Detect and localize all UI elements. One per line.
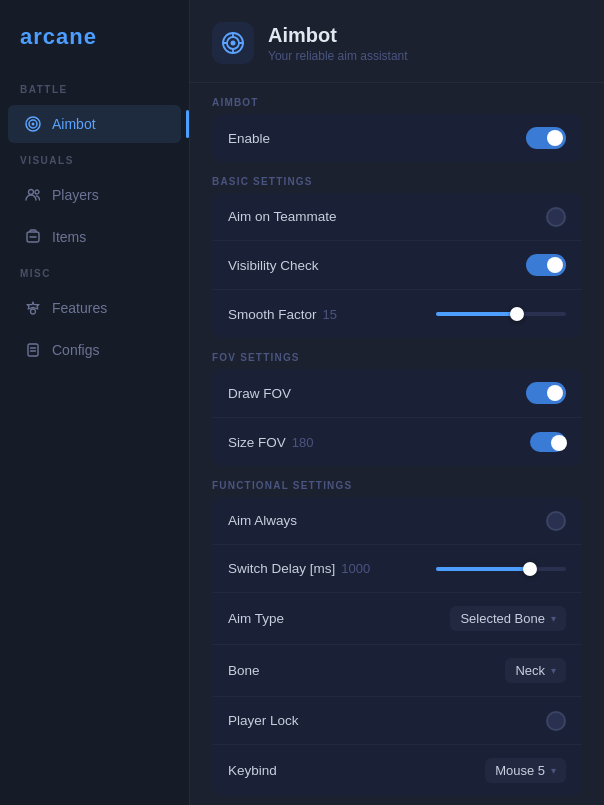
- bone-label: Bone: [228, 663, 260, 678]
- switch-delay-slider-container: [370, 567, 566, 571]
- size-fov-toggle[interactable]: [530, 432, 566, 452]
- setting-player-lock: Player Lock: [212, 697, 582, 745]
- switch-delay-label: Switch Delay [ms]: [228, 561, 335, 576]
- smooth-factor-track[interactable]: [436, 312, 566, 316]
- visibility-check-toggle[interactable]: [526, 254, 566, 276]
- page-icon: [212, 22, 254, 64]
- draw-fov-toggle[interactable]: [526, 382, 566, 404]
- svg-point-7: [31, 309, 36, 314]
- basic-settings-card: Aim on Teammate Visibility Check Smooth …: [212, 193, 582, 338]
- section-title-aimbot: Aimbot: [212, 83, 582, 114]
- keybind-dropdown[interactable]: Mouse 5 ▾: [485, 758, 566, 783]
- section-label-misc: MISC: [0, 268, 189, 287]
- main-content: Aimbot Your reliable aim assistant Aimbo…: [190, 0, 604, 805]
- setting-switch-delay: Switch Delay [ms] 1000: [212, 545, 582, 593]
- setting-draw-fov: Draw FOV: [212, 369, 582, 418]
- section-title-basic: Basic Settings: [212, 162, 582, 193]
- svg-rect-8: [28, 344, 38, 356]
- setting-aim-type: Aim Type Selected Bone ▾: [212, 593, 582, 645]
- switch-delay-thumb[interactable]: [523, 562, 537, 576]
- functional-settings-card: Aim Always Switch Delay [ms] 1000 Aim Ty…: [212, 497, 582, 796]
- sidebar-item-aimbot-label: Aimbot: [52, 116, 96, 132]
- keybind-chevron: ▾: [551, 765, 556, 776]
- sidebar-item-players[interactable]: Players: [8, 176, 181, 214]
- setting-smooth-factor: Smooth Factor 15: [212, 290, 582, 338]
- setting-aim-always: Aim Always: [212, 497, 582, 545]
- page-header-text: Aimbot Your reliable aim assistant: [268, 24, 408, 63]
- smooth-factor-slider-container: [337, 312, 566, 316]
- page-title: Aimbot: [268, 24, 408, 47]
- section-label-battle: BATTLE: [0, 84, 189, 103]
- switch-delay-track[interactable]: [436, 567, 566, 571]
- smooth-factor-fill: [436, 312, 517, 316]
- bone-value: Neck: [515, 663, 545, 678]
- sidebar-item-features-label: Features: [52, 300, 107, 316]
- logo: arcane: [0, 24, 189, 78]
- sidebar-item-items-label: Items: [52, 229, 86, 245]
- sidebar-item-aimbot[interactable]: Aimbot: [8, 105, 181, 143]
- aim-on-teammate-toggle[interactable]: [546, 207, 566, 227]
- switch-delay-fill: [436, 567, 530, 571]
- items-icon: [24, 228, 42, 246]
- setting-bone: Bone Neck ▾: [212, 645, 582, 697]
- target-icon: [24, 115, 42, 133]
- page-header: Aimbot Your reliable aim assistant: [190, 0, 604, 83]
- visibility-check-label: Visibility Check: [228, 258, 319, 273]
- configs-icon: [24, 341, 42, 359]
- smooth-factor-label: Smooth Factor: [228, 307, 317, 322]
- settings-content: Aimbot Enable Basic Settings Aim on Team…: [190, 83, 604, 805]
- sidebar-item-configs-label: Configs: [52, 342, 99, 358]
- aim-type-dropdown[interactable]: Selected Bone ▾: [450, 606, 566, 631]
- draw-fov-label: Draw FOV: [228, 386, 291, 401]
- sidebar-item-items[interactable]: Items: [8, 218, 181, 256]
- setting-enable: Enable: [212, 114, 582, 162]
- svg-point-2: [32, 123, 35, 126]
- switch-delay-hint: 1000: [341, 561, 370, 576]
- setting-visibility-check: Visibility Check: [212, 241, 582, 290]
- sidebar-item-players-label: Players: [52, 187, 99, 203]
- section-title-functional: Functional Settings: [212, 466, 582, 497]
- players-icon: [24, 186, 42, 204]
- aim-always-toggle[interactable]: [546, 511, 566, 531]
- aim-always-label: Aim Always: [228, 513, 297, 528]
- svg-point-4: [35, 190, 39, 194]
- features-icon: [24, 299, 42, 317]
- fov-settings-card: Draw FOV Size FOV 180: [212, 369, 582, 466]
- aim-type-value: Selected Bone: [460, 611, 545, 626]
- bone-dropdown[interactable]: Neck ▾: [505, 658, 566, 683]
- aim-type-label: Aim Type: [228, 611, 284, 626]
- aim-on-teammate-label: Aim on Teammate: [228, 209, 337, 224]
- player-lock-toggle[interactable]: [546, 711, 566, 731]
- page-subtitle: Your reliable aim assistant: [268, 49, 408, 63]
- enable-label: Enable: [228, 131, 270, 146]
- size-fov-label: Size FOV: [228, 435, 286, 450]
- keybind-value: Mouse 5: [495, 763, 545, 778]
- keybind-label: Keybind: [228, 763, 277, 778]
- size-fov-hint: 180: [292, 435, 314, 450]
- enable-toggle[interactable]: [526, 127, 566, 149]
- svg-point-13: [231, 41, 236, 46]
- svg-point-3: [29, 190, 34, 195]
- aim-type-chevron: ▾: [551, 613, 556, 624]
- section-title-fov: FOV Settings: [212, 338, 582, 369]
- sidebar-item-configs[interactable]: Configs: [8, 331, 181, 369]
- setting-aim-on-teammate: Aim on Teammate: [212, 193, 582, 241]
- bone-chevron: ▾: [551, 665, 556, 676]
- app-name: arcane: [20, 24, 97, 49]
- aimbot-card: Enable: [212, 114, 582, 162]
- setting-keybind: Keybind Mouse 5 ▾: [212, 745, 582, 796]
- sidebar-item-features[interactable]: Features: [8, 289, 181, 327]
- smooth-factor-hint: 15: [323, 307, 337, 322]
- player-lock-label: Player Lock: [228, 713, 299, 728]
- section-label-visuals: VISUALS: [0, 155, 189, 174]
- smooth-factor-thumb[interactable]: [510, 307, 524, 321]
- setting-size-fov: Size FOV 180: [212, 418, 582, 466]
- sidebar: arcane BATTLE Aimbot VISUALS Players: [0, 0, 190, 805]
